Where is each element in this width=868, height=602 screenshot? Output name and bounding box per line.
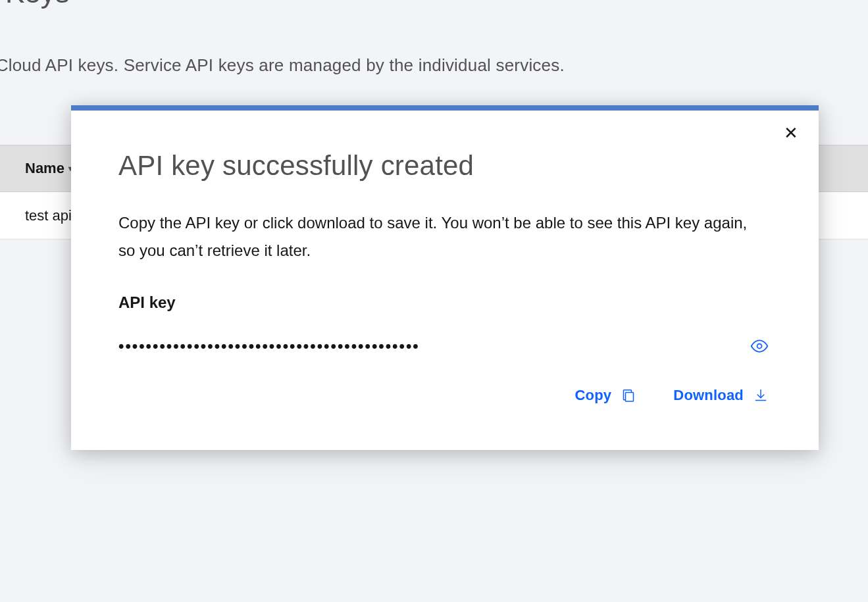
svg-point-0 — [757, 344, 762, 349]
table-header-name-label: Name — [25, 160, 64, 177]
page-subtitle: Create and manage your IBM Cloud API key… — [0, 55, 842, 76]
modal-content: API key successfully created Copy the AP… — [71, 111, 819, 450]
svg-rect-1 — [626, 393, 634, 402]
copy-icon — [621, 388, 636, 403]
download-button[interactable]: Download — [673, 387, 769, 404]
api-key-masked-value: ••••••••••••••••••••••••••••••••••••••••… — [118, 338, 420, 354]
download-icon — [753, 388, 769, 403]
table-header-name[interactable]: Name ▾ — [25, 160, 72, 177]
close-button[interactable]: ✕ — [780, 122, 802, 143]
api-key-row: ••••••••••••••••••••••••••••••••••••••••… — [118, 334, 771, 358]
reveal-key-button[interactable] — [748, 334, 771, 358]
api-key-field-label: API key — [118, 293, 771, 312]
close-icon: ✕ — [784, 124, 798, 141]
modal-title: API key successfully created — [118, 150, 771, 182]
modal-actions: Copy Download — [118, 387, 771, 404]
download-button-label: Download — [673, 387, 744, 404]
modal-api-key-created: ✕ API key successfully created Copy the … — [71, 105, 819, 450]
copy-button[interactable]: Copy — [574, 387, 636, 404]
table-cell-name: test api — [25, 207, 72, 224]
page-title: Cloud API Keys — [0, 0, 70, 9]
modal-description: Copy the API key or click download to sa… — [118, 209, 750, 264]
copy-button-label: Copy — [574, 387, 611, 404]
modal-accent-bar — [71, 105, 819, 111]
eye-icon — [750, 337, 769, 355]
